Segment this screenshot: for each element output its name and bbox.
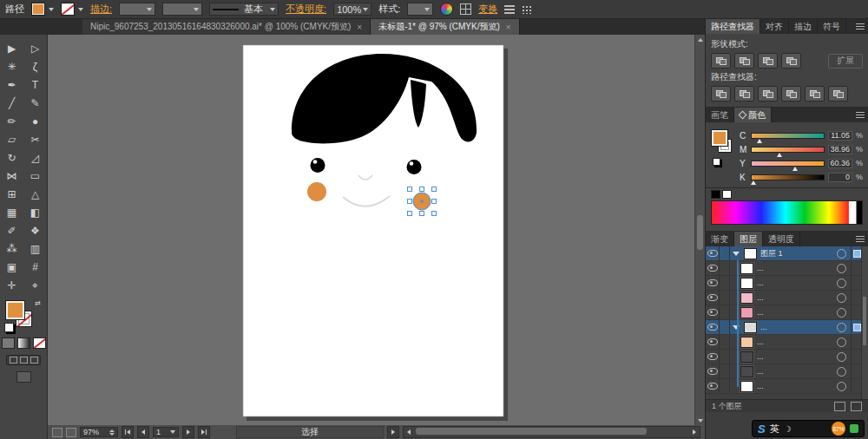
scissors-tool-icon[interactable]: ✂ — [25, 131, 46, 147]
object-name[interactable]: ... — [757, 367, 834, 376]
white-swatch[interactable] — [722, 190, 732, 199]
direct-selection-tool-icon[interactable]: ▷ — [25, 40, 46, 56]
lock-column[interactable] — [720, 364, 730, 378]
artboard-nav-icon[interactable] — [66, 428, 76, 437]
align-objects-icon[interactable] — [504, 5, 515, 14]
lasso-tool-icon[interactable]: ζ — [25, 58, 46, 75]
layers-scrollbar[interactable] — [861, 246, 868, 399]
visibility-column[interactable] — [706, 291, 720, 305]
color-spectrum-bar[interactable] — [711, 200, 863, 225]
visibility-column[interactable] — [706, 246, 720, 260]
swap-fill-stroke-icon[interactable]: ⇄ — [35, 299, 41, 307]
width-tool-icon[interactable]: ⋈ — [2, 167, 23, 184]
panel-menu-icon[interactable] — [856, 236, 865, 242]
tab-gradient[interactable]: 渐变 — [706, 232, 734, 246]
visibility-column[interactable] — [706, 379, 720, 393]
object-name[interactable]: ... — [757, 278, 834, 287]
target-circle-icon[interactable] — [837, 352, 846, 362]
right-eye[interactable] — [407, 160, 422, 174]
layer-row-header[interactable]: 图层 1 — [706, 246, 868, 261]
expand-triangle-icon[interactable] — [733, 252, 740, 256]
slice-tool-icon[interactable]: # — [25, 259, 46, 275]
visibility-column[interactable] — [706, 335, 720, 349]
drawing-modes-strip[interactable] — [6, 355, 41, 365]
fill-proxy-swatch[interactable] — [6, 301, 24, 319]
visibility-column[interactable] — [706, 350, 720, 364]
tab-transparency[interactable]: 透明度 — [763, 232, 800, 246]
battery-badge[interactable]: 87% — [832, 422, 845, 436]
layer-row[interactable]: ... — [706, 364, 868, 379]
tab-align[interactable]: 对齐 — [760, 19, 789, 34]
lock-column[interactable] — [720, 335, 730, 349]
cyan-slider[interactable] — [751, 133, 825, 139]
scroll-right-icon[interactable] — [689, 427, 700, 437]
object-thumbnail[interactable] — [740, 351, 753, 363]
lock-column[interactable] — [720, 276, 730, 290]
mesh-tool-icon[interactable]: ▦ — [2, 204, 23, 220]
artboard-tool-icon[interactable]: ▣ — [2, 259, 23, 275]
object-name[interactable]: ... — [757, 382, 834, 390]
status-readout[interactable]: 选择 — [236, 426, 384, 438]
trim-icon[interactable] — [734, 86, 754, 102]
status-popup-arrow[interactable] — [387, 426, 399, 438]
stroke-weight-dropdown[interactable] — [119, 3, 155, 16]
close-icon[interactable]: × — [357, 23, 362, 32]
magenta-slider-handle[interactable] — [777, 153, 782, 157]
lock-column[interactable] — [720, 261, 730, 275]
tab-symbols[interactable]: 符号 — [818, 19, 846, 34]
crop-icon[interactable] — [781, 86, 801, 102]
symbol-sprayer-tool-icon[interactable]: ⁂ — [2, 240, 23, 257]
visibility-column[interactable] — [706, 276, 720, 290]
object-name[interactable]: ... — [757, 293, 834, 302]
visibility-column[interactable] — [706, 261, 720, 275]
outline-icon[interactable] — [805, 86, 825, 102]
lock-column[interactable] — [720, 320, 730, 334]
next-artboard-button[interactable] — [182, 426, 194, 438]
layer-thumbnail[interactable] — [744, 248, 757, 259]
free-transform-tool-icon[interactable]: ▭ — [25, 167, 46, 184]
pencil-tool-icon[interactable]: ✏ — [2, 113, 23, 129]
object-thumbnail[interactable] — [740, 263, 753, 274]
target-circle-icon[interactable] — [837, 337, 846, 347]
object-thumbnail[interactable] — [740, 381, 753, 392]
new-layer-icon[interactable] — [834, 402, 845, 411]
visibility-column[interactable] — [706, 320, 720, 334]
lock-column[interactable] — [720, 291, 730, 305]
visibility-column[interactable] — [706, 305, 720, 319]
divide-icon[interactable] — [711, 86, 731, 102]
moon-icon[interactable]: ☽ — [784, 424, 792, 434]
object-thumbnail[interactable] — [740, 337, 753, 348]
transform-link[interactable]: 变换 — [478, 3, 497, 16]
stroke-color-swatch[interactable] — [61, 3, 83, 16]
black-slider[interactable] — [751, 174, 825, 180]
object-thumbnail[interactable] — [740, 278, 753, 289]
target-circle-icon[interactable] — [837, 278, 846, 288]
doc-tab-1[interactable]: Nipic_9607253_20130516164830326000.ai* @… — [82, 19, 371, 35]
delete-layer-icon[interactable] — [851, 402, 862, 411]
ime-settings-icon[interactable] — [850, 424, 858, 433]
opacity-link[interactable]: 不透明度: — [286, 3, 326, 16]
layer-row[interactable]: ... — [706, 379, 868, 394]
last-artboard-button[interactable] — [198, 426, 210, 438]
layer-row[interactable]: ... — [706, 276, 868, 291]
opacity-dropdown[interactable]: 100% — [333, 3, 372, 16]
left-cheek[interactable] — [307, 182, 326, 201]
color-mode-button[interactable] — [2, 337, 15, 349]
object-thumbnail[interactable] — [740, 307, 753, 318]
target-circle-icon[interactable] — [837, 293, 846, 303]
target-circle-icon[interactable] — [837, 308, 846, 318]
object-thumbnail[interactable] — [740, 292, 753, 304]
lock-column[interactable] — [720, 350, 730, 364]
eyedropper-tool-icon[interactable]: ✐ — [2, 222, 23, 239]
sogou-logo-icon[interactable]: S — [758, 423, 766, 436]
tab-stroke[interactable]: 描边 — [789, 19, 818, 34]
cyan-value-field[interactable]: 11.05 — [828, 131, 852, 141]
doc-tab-2[interactable]: 未标题-1* @ 97% (CMYK/预览) × — [371, 19, 519, 35]
paintbrush-tool-icon[interactable]: ✎ — [25, 95, 46, 111]
selection-handles[interactable] — [408, 187, 437, 216]
selection-tool-icon[interactable]: ▶ — [2, 40, 23, 56]
pen-tool-icon[interactable]: ✒ — [2, 76, 23, 93]
minus-back-icon[interactable] — [828, 86, 848, 102]
screen-mode-button[interactable] — [16, 371, 31, 383]
yellow-slider[interactable] — [751, 161, 825, 167]
